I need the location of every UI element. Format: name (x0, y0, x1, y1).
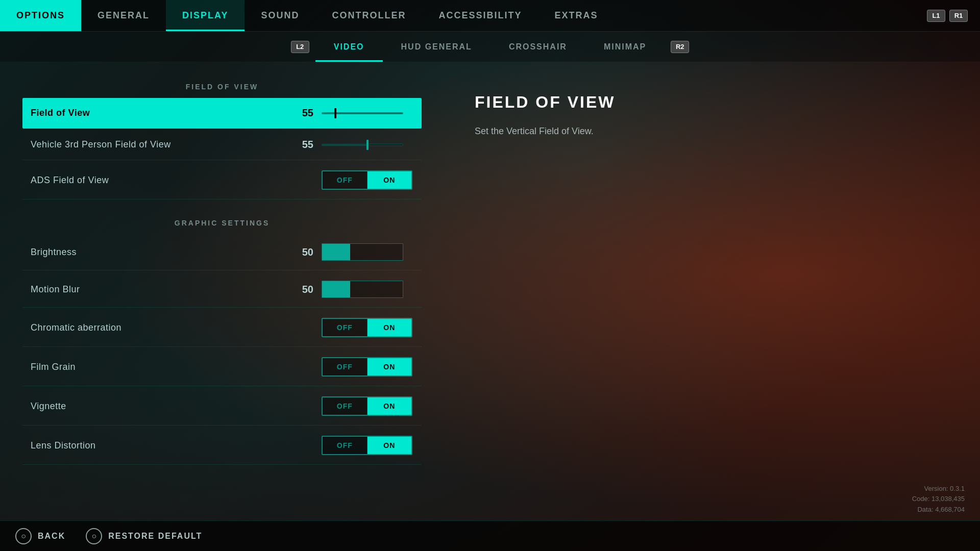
nav-item-display[interactable]: DISPLAY (166, 0, 244, 31)
setting-row-ads-fov[interactable]: ADS Field of View OFF ON (22, 161, 422, 199)
ads-fov-toggle-on[interactable]: ON (368, 171, 412, 189)
back-label: BACK (38, 532, 65, 541)
fov-slider-thumb (334, 108, 336, 118)
version-code: Code: 13,038,435 (912, 494, 965, 505)
nav-item-extras[interactable]: EXTRAS (538, 0, 614, 31)
ads-fov-toggle-control[interactable]: OFF ON (322, 170, 412, 190)
fov-slider[interactable] (322, 112, 413, 114)
lens-distortion-toggle-on[interactable]: ON (368, 437, 412, 454)
ads-fov-label: ADS Field of View (31, 175, 322, 186)
motion-blur-value: 50 (293, 284, 313, 295)
setting-row-fov[interactable]: Field of View 55 (22, 98, 422, 129)
sub-nav-video-label: VIDEO (334, 42, 364, 52)
fov-value: 55 (293, 107, 313, 119)
film-grain-toggle-control[interactable]: OFF ON (322, 357, 412, 377)
chromatic-toggle-control[interactable]: OFF ON (322, 318, 412, 337)
sub-nav: L2 VIDEO HUD GENERAL CROSSHAIR MINIMAP R… (0, 32, 980, 62)
film-grain-label: Film Grain (31, 362, 322, 372)
chromatic-toggle-on[interactable]: ON (368, 319, 412, 336)
setting-row-brightness[interactable]: Brightness 50 (22, 234, 422, 270)
vignette-label: Vignette (31, 401, 322, 412)
lens-distortion-toggle[interactable]: OFF ON (322, 436, 413, 455)
version-data: Data: 4,668,704 (912, 505, 965, 515)
brightness-slider[interactable] (322, 243, 413, 261)
sub-nav-hud-general[interactable]: HUD GENERAL (383, 32, 491, 62)
r2-button[interactable]: R2 (671, 41, 689, 53)
nav-controller-label: CONTROLLER (332, 10, 406, 21)
vehicle-fov-value: 55 (293, 139, 313, 151)
sub-nav-crosshair[interactable]: CROSSHAIR (491, 32, 585, 62)
motion-blur-bar-fill (322, 281, 350, 297)
vehicle-fov-slider-thumb (366, 140, 369, 150)
bottom-bar: ○ BACK ○ RESTORE DEFAULT (0, 520, 980, 551)
nav-general-label: GENERAL (97, 10, 150, 21)
setting-row-lens-distortion[interactable]: Lens Distortion OFF ON (22, 427, 422, 465)
lens-distortion-toggle-control[interactable]: OFF ON (322, 436, 412, 455)
chromatic-toggle-off[interactable]: OFF (323, 319, 368, 336)
r1-button[interactable]: R1 (949, 10, 968, 22)
brightness-label: Brightness (31, 247, 293, 258)
vignette-toggle-control[interactable]: OFF ON (322, 396, 412, 416)
version-number: Version: 0.3.1 (912, 484, 965, 494)
sub-nav-minimap-label: MINIMAP (604, 42, 646, 52)
vehicle-fov-slider-fill (322, 144, 366, 145)
setting-row-motion-blur[interactable]: Motion Blur 50 (22, 271, 422, 308)
lens-distortion-label: Lens Distortion (31, 440, 322, 451)
restore-label: RESTORE DEFAULT (108, 532, 202, 541)
chromatic-toggle[interactable]: OFF ON (322, 318, 413, 337)
fov-label: Field of View (31, 108, 293, 118)
film-grain-toggle[interactable]: OFF ON (322, 357, 413, 377)
top-nav: OPTIONS GENERAL DISPLAY SOUND CONTROLLER… (0, 0, 980, 32)
ads-fov-toggle-off[interactable]: OFF (323, 171, 368, 189)
vignette-toggle[interactable]: OFF ON (322, 396, 413, 416)
sub-nav-video[interactable]: VIDEO (315, 32, 383, 62)
sub-nav-crosshair-label: CROSSHAIR (509, 42, 567, 52)
motion-blur-bar (322, 281, 403, 298)
restore-default-button[interactable]: ○ RESTORE DEFAULT (86, 528, 202, 544)
section-graphic-title: GRAPHIC SETTINGS (22, 219, 422, 227)
film-grain-toggle-off[interactable]: OFF (323, 358, 368, 375)
motion-blur-label: Motion Blur (31, 284, 293, 295)
nav-item-controller[interactable]: CONTROLLER (315, 0, 422, 31)
nav-item-accessibility[interactable]: ACCESSIBILITY (422, 0, 538, 31)
nav-item-sound[interactable]: SOUND (244, 0, 315, 31)
vehicle-fov-slider-track (322, 144, 403, 146)
ads-fov-toggle[interactable]: OFF ON (322, 170, 413, 190)
version-info: Version: 0.3.1 Code: 13,038,435 Data: 4,… (912, 484, 965, 515)
fov-slider-fill (322, 113, 334, 114)
vehicle-fov-slider[interactable] (322, 144, 413, 146)
restore-icon: ○ (86, 528, 102, 544)
setting-row-vignette[interactable]: Vignette OFF ON (22, 387, 422, 425)
main-layout: FIELD OF VIEW Field of View 55 Vehicle 3… (0, 62, 980, 520)
lens-distortion-toggle-off[interactable]: OFF (323, 437, 368, 454)
setting-row-film-grain[interactable]: Film Grain OFF ON (22, 348, 422, 386)
vignette-toggle-on[interactable]: ON (368, 397, 412, 415)
nav-options-label: OPTIONS (16, 10, 65, 21)
l1-button[interactable]: L1 (927, 10, 945, 22)
film-grain-toggle-on[interactable]: ON (368, 358, 412, 375)
back-button[interactable]: ○ BACK (15, 528, 65, 544)
setting-row-chromatic[interactable]: Chromatic aberration OFF ON (22, 309, 422, 347)
nav-extras-label: EXTRAS (554, 10, 598, 21)
motion-blur-slider[interactable] (322, 281, 413, 298)
brightness-value: 50 (293, 246, 313, 258)
brightness-bar-fill (322, 244, 350, 260)
chromatic-label: Chromatic aberration (31, 322, 322, 333)
section-divider-1 (22, 201, 422, 209)
info-panel: FIELD OF VIEW Set the Vertical Field of … (444, 62, 980, 520)
vignette-toggle-off[interactable]: OFF (323, 397, 368, 415)
sub-nav-hud-label: HUD GENERAL (401, 42, 472, 52)
brightness-bar (322, 243, 403, 261)
settings-panel: FIELD OF VIEW Field of View 55 Vehicle 3… (0, 62, 444, 520)
fov-slider-track (322, 112, 403, 114)
sub-nav-minimap[interactable]: MINIMAP (585, 32, 665, 62)
nav-accessibility-label: ACCESSIBILITY (438, 10, 522, 21)
info-description: Set the Vertical Field of View. (475, 124, 949, 139)
setting-row-vehicle-fov[interactable]: Vehicle 3rd Person Field of View 55 (22, 130, 422, 160)
section-fov-title: FIELD OF VIEW (22, 83, 422, 91)
nav-sound-label: SOUND (261, 10, 299, 21)
nav-display-label: DISPLAY (182, 10, 228, 21)
l2-button[interactable]: L2 (291, 41, 309, 53)
nav-item-options[interactable]: OPTIONS (0, 0, 81, 31)
nav-item-general[interactable]: GENERAL (81, 0, 166, 31)
